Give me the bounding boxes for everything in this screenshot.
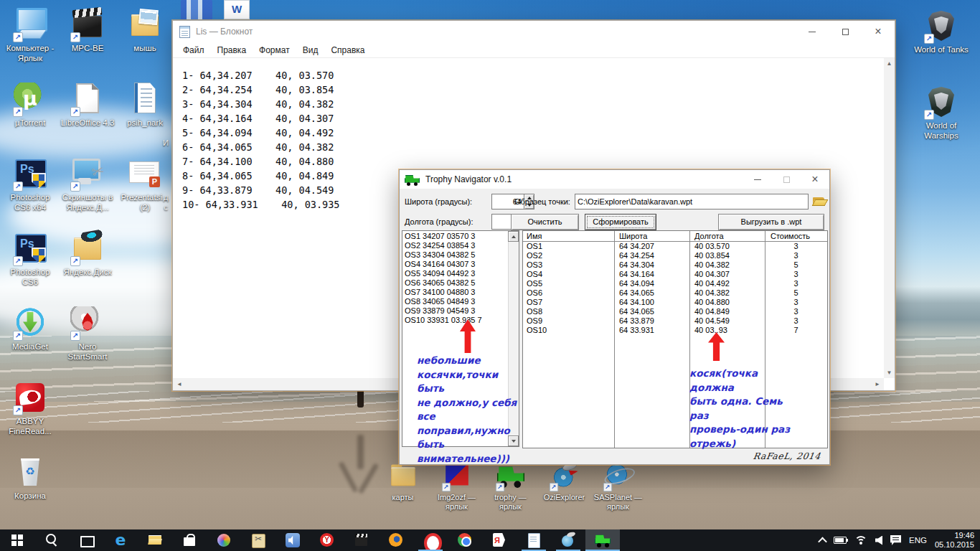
menu-item[interactable]: Справка bbox=[324, 45, 371, 55]
desktop-icon[interactable]: ↗ABBYY FineRead... bbox=[1, 377, 59, 452]
clock[interactable]: 19:46 05.10.2015 bbox=[935, 531, 974, 550]
desktop-icon[interactable]: Ps↗Photoshop CS6 x64 bbox=[1, 154, 59, 228]
partial-word-icon[interactable]: W bbox=[224, 0, 250, 19]
desktop-icon[interactable]: PPrezentatsi... (2) bbox=[116, 154, 174, 228]
volume-icon[interactable] bbox=[875, 536, 882, 545]
taskbar-yandex-browser[interactable]: Y bbox=[310, 529, 344, 551]
desktop-icon[interactable]: µ↗µTorrent bbox=[1, 79, 59, 154]
table-row[interactable]: OS764 34.10040 04.8803 bbox=[523, 298, 827, 307]
menu-item[interactable]: Вид bbox=[296, 45, 325, 55]
icon-column: ↗MPC-BE↗LibreOffice 4.3✂↗Скриншоты в Янд… bbox=[59, 4, 116, 377]
desktop-icon[interactable]: ↗MediaGet bbox=[1, 303, 59, 377]
desktop-icon[interactable]: ♻Корзина bbox=[1, 452, 59, 527]
desktop-icon[interactable]: ↗trophy — ярлык bbox=[484, 460, 537, 529]
desktop-icon[interactable]: ↗Компьютер - Ярлык bbox=[1, 4, 59, 79]
desktop-icon[interactable]: ✂↗Скриншоты в Яндекс.Д... bbox=[59, 154, 116, 228]
table-row[interactable]: OS564 34.09440 04.4923 bbox=[523, 279, 827, 288]
menu-item[interactable]: Файл bbox=[176, 45, 211, 55]
taskbar-mpc-be[interactable] bbox=[344, 529, 379, 551]
desktop-icon[interactable]: ↗World of Tanks bbox=[908, 6, 974, 82]
trophy-minimize-button[interactable] bbox=[743, 170, 772, 189]
listbox-row[interactable]: OS1 34207 03570 3 bbox=[403, 232, 507, 241]
listbox-row[interactable]: OS7 34100 04880 3 bbox=[403, 288, 507, 297]
listbox-row[interactable]: OS2 34254 03854 3 bbox=[403, 241, 507, 250]
desktop-icon[interactable]: ↗World of Warships bbox=[908, 82, 974, 158]
trophy-close-button[interactable]: × bbox=[801, 170, 829, 189]
taskbar-notepad[interactable] bbox=[517, 529, 551, 551]
export-wpt-button[interactable]: Выгрузить в .wpt bbox=[718, 214, 824, 230]
clear-button[interactable]: Очистить bbox=[511, 214, 579, 230]
table-column-header[interactable]: Широта bbox=[614, 231, 689, 241]
partial-desktop-icon[interactable] bbox=[181, 0, 212, 19]
notepad-minimize-button[interactable] bbox=[796, 21, 829, 42]
notepad-vertical-scrollbar[interactable]: ▲▼ bbox=[884, 58, 895, 378]
desktop-icon-label: Img2ozf — ярлык bbox=[430, 493, 484, 512]
table-row[interactable]: OS464 34.16440 04.3073 bbox=[523, 270, 827, 279]
table-column-header[interactable]: Стоимость bbox=[765, 231, 827, 241]
taskbar-oziexplorer[interactable] bbox=[551, 529, 585, 551]
listbox-row[interactable]: OS10 33931 03.935 7 bbox=[403, 316, 507, 325]
taskbar-windows-store[interactable] bbox=[172, 529, 207, 551]
listbox-row[interactable]: OS5 34094 04492 3 bbox=[403, 269, 507, 278]
listbox-scroll-up-button[interactable] bbox=[508, 231, 519, 242]
notepad-menubar: ФайлПравкаФорматВидСправка bbox=[173, 42, 895, 58]
listbox-row[interactable]: OS8 34065 04849 3 bbox=[403, 297, 507, 306]
table-row[interactable]: OS164 34.20740 03.5703 bbox=[523, 242, 827, 251]
table-cell: 64 33.879 bbox=[614, 316, 689, 326]
taskbar-firefox[interactable] bbox=[379, 529, 413, 551]
trophy-maximize-button[interactable] bbox=[772, 170, 801, 189]
desktop-icon[interactable]: ↗MPC-BE bbox=[59, 4, 116, 79]
wifi-icon[interactable] bbox=[854, 536, 867, 545]
listbox-row[interactable]: OS6 34065 04382 5 bbox=[403, 278, 507, 288]
taskbar-start-button[interactable] bbox=[0, 529, 34, 551]
taskbar-media-player[interactable] bbox=[207, 529, 241, 551]
trophy-titlebar[interactable]: Trophy Navigator v.0.1 × bbox=[400, 170, 829, 189]
desktop-icon[interactable]: ↗Nero StartSmart bbox=[59, 303, 116, 377]
desktop-icon[interactable]: мышь bbox=[116, 4, 174, 79]
desktop-icon[interactable]: ↗Яндекс.Диск bbox=[59, 228, 116, 303]
shortcut-arrow-icon: ↗ bbox=[495, 483, 504, 491]
taskbar-chrome[interactable] bbox=[448, 529, 482, 551]
taskbar-file-explorer[interactable] bbox=[138, 529, 172, 551]
table-column-header[interactable]: Долгота bbox=[689, 231, 765, 241]
table-row[interactable]: OS864 34.06540 04.8493 bbox=[523, 307, 827, 316]
taskbar-yandex-search[interactable]: Я bbox=[482, 529, 517, 551]
table-column-header[interactable]: Имя bbox=[523, 231, 614, 241]
desktop-icon[interactable]: ↗Img2ozf — ярлык bbox=[430, 460, 484, 529]
taskbar-notes-tool[interactable]: ✂ bbox=[241, 529, 275, 551]
tray-expand-icon[interactable] bbox=[818, 537, 827, 546]
browse-folder-button[interactable] bbox=[813, 196, 827, 207]
desktop-icon[interactable]: ↗SASPlanet — ярлык bbox=[591, 460, 645, 529]
desktop-icon[interactable]: ↗OziExplorer bbox=[537, 460, 591, 529]
listbox-row[interactable]: OS9 33879 04549 3 bbox=[403, 306, 507, 316]
listbox-row[interactable]: OS4 34164 04307 3 bbox=[403, 260, 507, 269]
taskbar-edge[interactable]: e bbox=[103, 529, 138, 551]
language-indicator[interactable]: ENG bbox=[909, 536, 927, 545]
action-center-icon[interactable] bbox=[890, 535, 901, 545]
menu-item[interactable]: Формат bbox=[253, 45, 296, 55]
desktop: ↗Компьютер - Ярлыкµ↗µTorrentPs↗Photoshop… bbox=[0, 0, 980, 551]
taskbar-search[interactable] bbox=[34, 529, 69, 551]
notepad-close-button[interactable]: × bbox=[862, 21, 895, 42]
taskbar-opera[interactable] bbox=[413, 529, 448, 551]
notepad-maximize-button[interactable] bbox=[829, 21, 862, 42]
table-row[interactable]: OS964 33.87940 04.5493 bbox=[523, 316, 827, 326]
shortcut-arrow-icon: ↗ bbox=[70, 182, 80, 192]
notepad-titlebar[interactable]: Lis — Блокнот × bbox=[173, 21, 895, 42]
table-cell: 40 04.382 bbox=[689, 260, 765, 270]
battery-icon[interactable] bbox=[834, 537, 847, 544]
table-row[interactable]: OS1064 33.93140 03..937 bbox=[523, 326, 827, 335]
desktop-icon[interactable]: карты bbox=[376, 460, 430, 529]
sample-path-field[interactable]: C:\OziExplorer\Data\karavan.wpt bbox=[575, 194, 809, 209]
table-row[interactable]: OS264 34.25440 03.8543 bbox=[523, 251, 827, 260]
generate-button[interactable]: Сформировать bbox=[585, 214, 656, 230]
desktop-icon[interactable]: Ps↗Photoshop CS6 bbox=[1, 228, 59, 303]
table-row[interactable]: OS364 34.30440 04.3825 bbox=[523, 260, 827, 270]
desktop-icon[interactable]: ↗LibreOffice 4.3 bbox=[59, 79, 116, 154]
taskbar-audio-mixer[interactable] bbox=[275, 529, 310, 551]
menu-item[interactable]: Правка bbox=[211, 45, 253, 55]
taskbar-task-view[interactable] bbox=[69, 529, 103, 551]
table-row[interactable]: OS664 34.06540 04.3825 bbox=[523, 288, 827, 298]
taskbar-trophy-navigator[interactable] bbox=[585, 529, 620, 551]
listbox-row[interactable]: OS3 34304 04382 5 bbox=[403, 250, 507, 260]
